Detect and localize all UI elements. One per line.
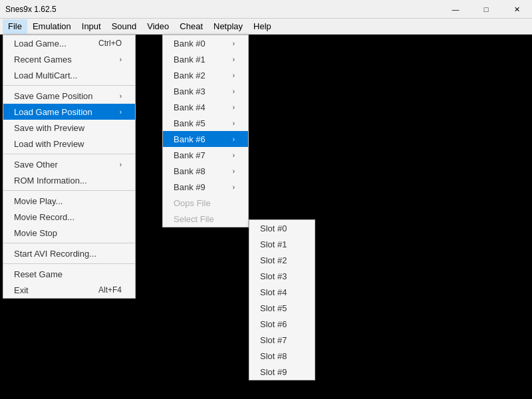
menu-cheat[interactable]: Cheat — [174, 19, 208, 34]
menu-input[interactable]: Input — [76, 19, 106, 34]
bank-1[interactable]: Bank #1 › — [163, 51, 248, 67]
bank-6[interactable]: Bank #6 › — [163, 131, 248, 147]
maximize-button[interactable]: □ — [471, 0, 501, 19]
file-start-avi[interactable]: Start AVI Recording... — [3, 245, 135, 261]
bank-3[interactable]: Bank #3 › — [163, 83, 248, 99]
menubar: File Emulation Input Sound Video Cheat N… — [0, 19, 532, 35]
bank-7[interactable]: Bank #7 › — [163, 147, 248, 163]
load-game-pos-submenu: Bank #0 › Bank #1 › Bank #2 › Bank #3 › … — [162, 35, 249, 227]
file-dropdown: Load Game... Ctrl+O Recent Games › Load … — [3, 35, 136, 299]
window-controls: — □ ✕ — [440, 0, 532, 19]
file-save-other[interactable]: Save Other › — [3, 156, 135, 172]
menu-netplay[interactable]: Netplay — [208, 19, 248, 34]
slot-9[interactable]: Slot #9 — [249, 364, 315, 380]
separator-5 — [3, 263, 135, 264]
slot-7[interactable]: Slot #7 — [249, 332, 315, 348]
menu-sound[interactable]: Sound — [106, 19, 142, 34]
select-file[interactable]: Select File — [163, 211, 248, 227]
bank6-submenu: Slot #0 Slot #1 Slot #2 Slot #3 Slot #4 … — [249, 219, 315, 380]
slot-8[interactable]: Slot #8 — [249, 348, 315, 364]
file-load-with-preview[interactable]: Load with Preview — [3, 136, 135, 152]
bank-5[interactable]: Bank #5 › — [163, 115, 248, 131]
file-load-multicart[interactable]: Load MultiCart... — [3, 67, 135, 83]
menu-help[interactable]: Help — [248, 19, 277, 34]
close-button[interactable]: ✕ — [501, 0, 532, 19]
menu-emulation[interactable]: Emulation — [27, 19, 76, 34]
bank-4[interactable]: Bank #4 › — [163, 99, 248, 115]
slot-6[interactable]: Slot #6 — [249, 316, 315, 332]
slot-0[interactable]: Slot #0 — [249, 220, 315, 236]
bank-2[interactable]: Bank #2 › — [163, 67, 248, 83]
slot-3[interactable]: Slot #3 — [249, 268, 315, 284]
menu-file[interactable]: File — [3, 19, 27, 34]
slot-5[interactable]: Slot #5 — [249, 300, 315, 316]
slot-2[interactable]: Slot #2 — [249, 252, 315, 268]
slot-1[interactable]: Slot #1 — [249, 236, 315, 252]
slot-4[interactable]: Slot #4 — [249, 284, 315, 300]
file-save-game-position[interactable]: Save Game Position › — [3, 88, 135, 104]
menu-video[interactable]: Video — [142, 19, 174, 34]
separator-2 — [3, 154, 135, 154]
file-recent-games[interactable]: Recent Games › — [3, 51, 135, 67]
bank-8[interactable]: Bank #8 › — [163, 163, 248, 179]
separator-1 — [3, 85, 135, 86]
titlebar: Snes9x 1.62.5 — □ ✕ — [0, 0, 532, 19]
bank-0[interactable]: Bank #0 › — [163, 35, 248, 51]
file-load-game[interactable]: Load Game... Ctrl+O — [3, 35, 135, 51]
bank-9[interactable]: Bank #9 › — [163, 179, 248, 195]
file-movie-stop[interactable]: Movie Stop — [3, 225, 135, 241]
oops-file[interactable]: Oops File — [163, 195, 248, 211]
minimize-button[interactable]: — — [440, 0, 471, 19]
file-load-game-position[interactable]: Load Game Position › — [3, 104, 135, 120]
window-title: Snes9x 1.62.5 — [5, 5, 57, 14]
file-movie-play[interactable]: Movie Play... — [3, 193, 135, 209]
file-movie-record[interactable]: Movie Record... — [3, 209, 135, 225]
file-save-with-preview[interactable]: Save with Preview — [3, 120, 135, 136]
separator-3 — [3, 190, 135, 191]
separator-4 — [3, 243, 135, 243]
file-exit[interactable]: Exit Alt+F4 — [3, 282, 135, 298]
file-reset-game[interactable]: Reset Game — [3, 266, 135, 282]
file-rom-information[interactable]: ROM Information... — [3, 172, 135, 188]
